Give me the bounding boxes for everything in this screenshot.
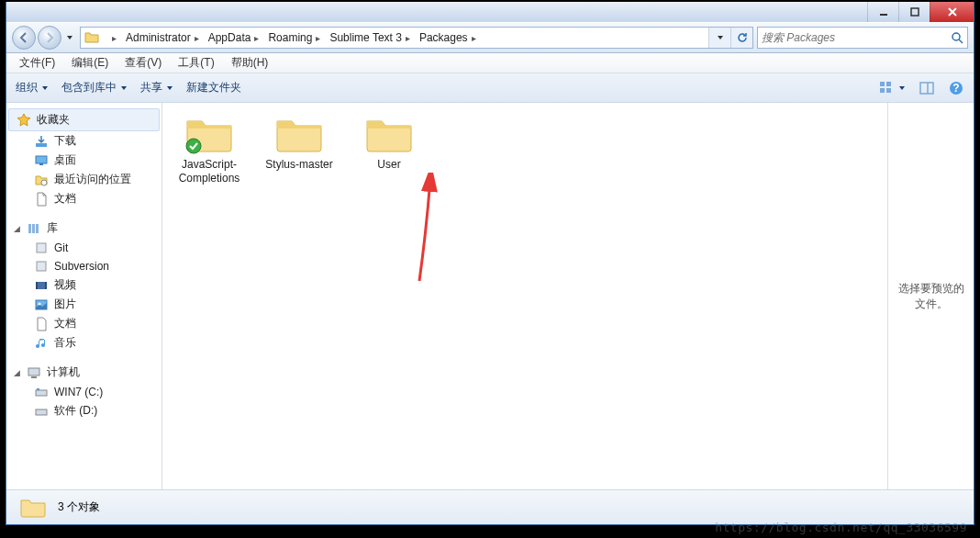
share-dropdown[interactable]: 共享 xyxy=(140,80,173,95)
explorer-window: ▸ Administrator▸ AppData▸ Roaming▸ Subli… xyxy=(6,2,974,525)
picture-icon xyxy=(34,297,49,312)
svg-text:?: ? xyxy=(952,82,959,95)
folder-item[interactable]: Stylus-master xyxy=(263,114,335,172)
preview-placeholder: 选择要预览的文件。 xyxy=(896,281,966,312)
recent-icon xyxy=(34,173,49,187)
drive-icon xyxy=(34,404,49,419)
svg-line-5 xyxy=(959,39,963,43)
breadcrumb-item[interactable]: Administrator▸ xyxy=(120,28,203,48)
svg-rect-20 xyxy=(36,224,39,233)
svg-rect-14 xyxy=(36,143,47,147)
sidebar-item-svn[interactable]: Subversion xyxy=(6,257,161,275)
svg-rect-1 xyxy=(911,8,919,16)
include-library-dropdown[interactable]: 包含到库中 xyxy=(61,80,128,95)
organize-dropdown[interactable]: 组织 xyxy=(16,80,49,95)
annotation-arrow xyxy=(410,173,447,283)
svg-rect-31 xyxy=(37,388,39,390)
svg-rect-16 xyxy=(39,163,43,165)
check-badge-icon xyxy=(185,138,202,154)
refresh-button[interactable] xyxy=(730,28,752,48)
history-dropdown[interactable] xyxy=(63,26,76,50)
svg-rect-22 xyxy=(37,262,46,271)
folder-icon xyxy=(19,497,47,519)
svg-rect-21 xyxy=(37,243,46,252)
menu-help[interactable]: 帮助(H) xyxy=(224,53,276,73)
breadcrumb-root[interactable]: ▸ xyxy=(103,28,120,48)
svg-rect-18 xyxy=(28,224,31,233)
menu-view[interactable]: 查看(V) xyxy=(117,53,169,73)
new-folder-button[interactable]: 新建文件夹 xyxy=(186,80,241,95)
sidebar-item-music[interactable]: 音乐 xyxy=(6,333,161,353)
svg-point-17 xyxy=(41,180,47,185)
menu-edit[interactable]: 编辑(E) xyxy=(64,53,116,73)
svg-rect-32 xyxy=(36,409,47,415)
menu-tools[interactable]: 工具(T) xyxy=(171,53,221,73)
sidebar-item-pictures[interactable]: 图片 xyxy=(6,295,161,314)
git-icon xyxy=(34,241,49,255)
sidebar-item-drive-c[interactable]: WIN7 (C:) xyxy=(6,383,161,401)
svn-icon xyxy=(34,259,49,274)
search-icon xyxy=(951,31,963,44)
library-icon xyxy=(27,221,41,236)
folder-icon xyxy=(84,30,99,45)
breadcrumb-item[interactable]: Packages▸ xyxy=(414,28,480,48)
folder-item[interactable]: JavaScript-Completions xyxy=(173,114,245,185)
preview-pane-button[interactable] xyxy=(919,80,935,96)
video-icon xyxy=(34,278,49,293)
close-button[interactable] xyxy=(930,2,974,22)
sidebar-item-desktop[interactable]: 桌面 xyxy=(6,151,161,170)
maximize-button[interactable] xyxy=(898,2,930,22)
folder-name: JavaScript-Completions xyxy=(173,158,245,185)
sidebar-item-downloads[interactable]: 下载 xyxy=(6,131,161,151)
sidebar-item-documents[interactable]: 文档 xyxy=(6,189,161,208)
back-button[interactable] xyxy=(12,26,36,50)
svg-rect-8 xyxy=(880,88,885,93)
view-options-button[interactable] xyxy=(878,80,906,96)
svg-point-4 xyxy=(952,33,960,40)
sidebar-item-videos[interactable]: 视频 xyxy=(6,275,161,295)
drive-icon xyxy=(34,385,49,399)
star-icon xyxy=(17,113,31,128)
svg-rect-19 xyxy=(32,224,35,233)
address-bar[interactable]: ▸ Administrator▸ AppData▸ Roaming▸ Subli… xyxy=(80,27,753,49)
computer-icon xyxy=(27,365,41,380)
document-icon xyxy=(34,192,49,207)
command-bar: 组织 包含到库中 共享 新建文件夹 ? xyxy=(6,73,974,103)
svg-rect-7 xyxy=(886,82,891,86)
nav-bar: ▸ Administrator▸ AppData▸ Roaming▸ Subli… xyxy=(6,22,974,53)
desktop-icon xyxy=(34,153,49,168)
window-titlebar xyxy=(6,2,974,22)
document-icon xyxy=(34,317,49,331)
libraries-group[interactable]: ◢库 xyxy=(6,218,161,239)
address-dropdown[interactable] xyxy=(708,28,730,48)
search-input[interactable] xyxy=(762,31,947,44)
svg-point-33 xyxy=(186,139,201,153)
svg-rect-25 xyxy=(45,282,47,289)
help-button[interactable]: ? xyxy=(948,80,964,96)
forward-button[interactable] xyxy=(38,26,61,50)
svg-rect-15 xyxy=(36,156,47,163)
svg-rect-10 xyxy=(920,83,933,94)
search-box[interactable] xyxy=(757,27,968,49)
sidebar-item-git[interactable]: Git xyxy=(6,239,161,257)
menu-file[interactable]: 文件(F) xyxy=(12,53,62,73)
svg-rect-28 xyxy=(28,368,39,375)
breadcrumb-item[interactable]: AppData▸ xyxy=(203,28,263,48)
svg-rect-24 xyxy=(36,282,38,289)
sidebar-item-documents-lib[interactable]: 文档 xyxy=(6,314,161,333)
folder-name: Stylus-master xyxy=(263,158,335,172)
svg-rect-6 xyxy=(880,82,885,86)
menu-bar: 文件(F) 编辑(E) 查看(V) 工具(T) 帮助(H) xyxy=(6,53,974,73)
breadcrumb-item[interactable]: Sublime Text 3▸ xyxy=(324,28,414,48)
folder-icon xyxy=(273,114,325,154)
sidebar-item-recent[interactable]: 最近访问的位置 xyxy=(6,170,161,189)
status-text: 3 个对象 xyxy=(58,499,100,515)
favorites-group[interactable]: 收藏夹 xyxy=(8,108,160,131)
status-bar: 3 个对象 xyxy=(6,489,974,524)
file-list[interactable]: JavaScript-Completions Stylus-master Use… xyxy=(166,103,887,489)
folder-item[interactable]: User xyxy=(353,114,425,172)
sidebar-item-drive-d[interactable]: 软件 (D:) xyxy=(6,401,161,420)
computer-group[interactable]: ◢计算机 xyxy=(6,362,161,383)
minimize-button[interactable] xyxy=(867,2,898,22)
breadcrumb-item[interactable]: Roaming▸ xyxy=(262,28,324,48)
